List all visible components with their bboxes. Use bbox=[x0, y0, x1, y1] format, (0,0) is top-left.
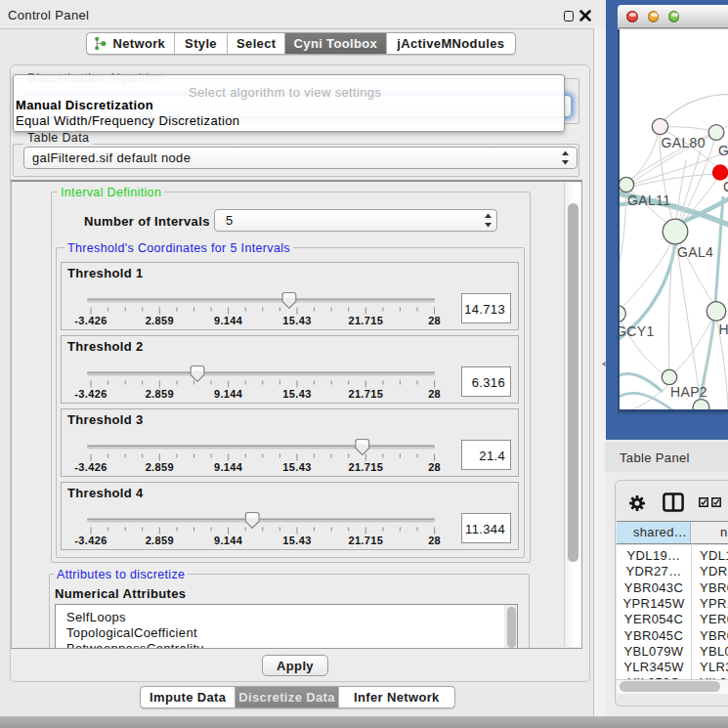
svg-text:C: C bbox=[723, 179, 728, 194]
svg-text:-3.426: -3.426 bbox=[74, 461, 107, 473]
svg-text:9.144: 9.144 bbox=[214, 315, 243, 326]
svg-text:GA: GA bbox=[718, 143, 728, 158]
svg-text:15.43: 15.43 bbox=[282, 315, 311, 326]
svg-text:15.43: 15.43 bbox=[282, 535, 311, 546]
svg-text:-3.426: -3.426 bbox=[74, 388, 107, 400]
svg-text:28: 28 bbox=[428, 535, 441, 546]
svg-text:9.144: 9.144 bbox=[214, 461, 243, 473]
svg-text:21.715: 21.715 bbox=[348, 388, 383, 400]
svg-text:-3.426: -3.426 bbox=[74, 535, 107, 546]
svg-text:28: 28 bbox=[428, 461, 441, 473]
svg-text:28: 28 bbox=[428, 315, 441, 326]
svg-text:GAL4: GAL4 bbox=[677, 244, 713, 260]
svg-text:2.859: 2.859 bbox=[146, 535, 174, 546]
svg-text:HAP2: HAP2 bbox=[670, 384, 707, 400]
svg-text:2.859: 2.859 bbox=[146, 315, 174, 326]
svg-text:21.715: 21.715 bbox=[348, 535, 383, 546]
svg-text:21.715: 21.715 bbox=[348, 315, 383, 326]
svg-text:15.43: 15.43 bbox=[282, 388, 311, 400]
svg-text:2.859: 2.859 bbox=[146, 461, 174, 473]
svg-text:GAL80: GAL80 bbox=[662, 135, 706, 150]
svg-text:GAL11: GAL11 bbox=[627, 193, 670, 208]
svg-text:GCY1: GCY1 bbox=[618, 323, 655, 339]
svg-text:H: H bbox=[719, 321, 728, 337]
svg-text:9.144: 9.144 bbox=[214, 535, 243, 546]
svg-text:9.144: 9.144 bbox=[214, 388, 243, 400]
svg-text:21.715: 21.715 bbox=[348, 461, 383, 473]
svg-text:-3.426: -3.426 bbox=[74, 315, 107, 326]
svg-text:15.43: 15.43 bbox=[282, 461, 311, 473]
svg-text:28: 28 bbox=[428, 388, 441, 400]
svg-text:2.859: 2.859 bbox=[146, 388, 174, 400]
